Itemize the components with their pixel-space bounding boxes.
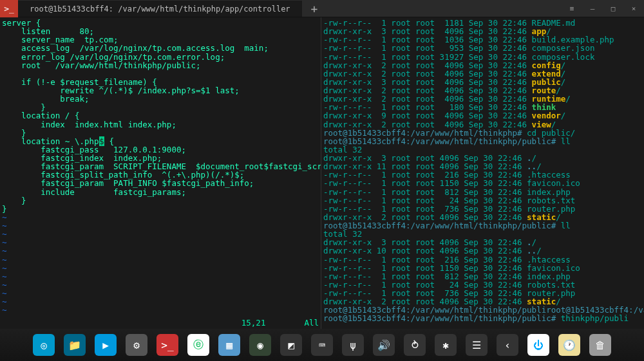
keyboard-icon[interactable]: ⌨ bbox=[311, 334, 333, 356]
titlebar: >_ root@1b51433cbff4: /var/www/html/thin… bbox=[0, 0, 644, 17]
network-icon[interactable]: ✱ bbox=[435, 334, 457, 356]
usb-icon[interactable]: ψ bbox=[342, 334, 364, 356]
music-icon[interactable]: ◉ bbox=[249, 334, 271, 356]
vim-statusline: 15,21 All bbox=[0, 318, 321, 329]
vim-pane[interactable]: server { listen 80; server_name tp.com; … bbox=[0, 17, 321, 329]
back-icon[interactable]: ‹ bbox=[497, 334, 518, 356]
menu-button[interactable]: ≡ bbox=[562, 0, 582, 17]
terminal-dock-icon[interactable]: >_ bbox=[156, 334, 178, 356]
trash-icon[interactable]: 🗑 bbox=[589, 334, 611, 356]
power-icon[interactable]: ⏻ bbox=[527, 334, 549, 356]
terminal-icon: >_ bbox=[0, 0, 18, 17]
settings-icon[interactable]: ⚙ bbox=[126, 334, 147, 356]
tab-active[interactable]: root@1b51433cbff4: /var/www/html/thinkph… bbox=[18, 1, 302, 17]
clock-icon[interactable]: 🕐 bbox=[558, 334, 580, 356]
app-store-icon[interactable]: ▦ bbox=[218, 334, 240, 356]
scroll-position: All bbox=[304, 318, 319, 328]
screenshot-icon[interactable]: ◩ bbox=[280, 334, 302, 356]
cursor-position: 15,21 bbox=[242, 318, 266, 328]
browser-icon[interactable]: ⓔ bbox=[187, 334, 209, 356]
tray-icon[interactable]: ☰ bbox=[466, 334, 488, 356]
volume-icon[interactable]: 🔊 bbox=[373, 334, 395, 356]
shell-pane[interactable]: -rw-r--r-- 1 root root 1181 Sep 30 22:46… bbox=[321, 17, 644, 329]
launcher-icon[interactable]: ◎ bbox=[33, 334, 55, 356]
video-player-icon[interactable]: ▶ bbox=[95, 334, 117, 356]
maximize-button[interactable]: □ bbox=[603, 0, 623, 17]
minimize-button[interactable]: — bbox=[582, 0, 603, 17]
wifi-icon[interactable]: ⥁ bbox=[404, 334, 426, 356]
dock: ◎ 📁 ▶ ⚙ >_ ⓔ ▦ ◉ ◩ ⌨ ψ 🔊 ⥁ ✱ ☰ ‹ ⏻ 🕐 🗑 bbox=[0, 329, 644, 361]
vim-text: server { listen 80; server_name tp.com; … bbox=[2, 18, 321, 214]
file-manager-icon[interactable]: 📁 bbox=[64, 334, 86, 356]
terminal-split: server { listen 80; server_name tp.com; … bbox=[0, 17, 644, 329]
close-button[interactable]: × bbox=[623, 0, 644, 17]
tab-new-button[interactable]: + bbox=[302, 2, 327, 15]
